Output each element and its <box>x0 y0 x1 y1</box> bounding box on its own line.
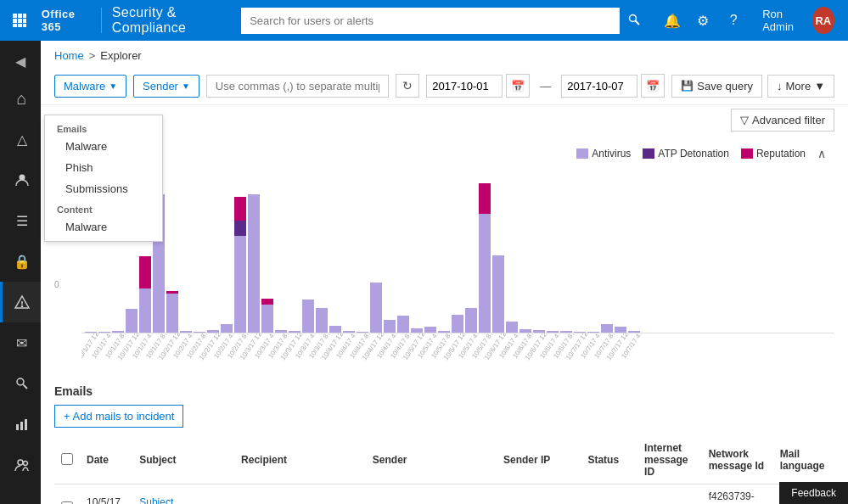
add-mails-btn[interactable]: + Add mails to incident <box>54 405 183 428</box>
bar-group-30 <box>492 166 504 333</box>
sidebar-collapse[interactable]: ◀ <box>0 44 41 78</box>
sidebar-item-list[interactable]: ☰ <box>0 200 41 241</box>
search-button[interactable] <box>620 8 649 34</box>
bar-group-24 <box>411 166 423 333</box>
svg-rect-19 <box>25 419 27 430</box>
refresh-button[interactable]: ↻ <box>396 74 419 98</box>
th-mail-lang: Mail language <box>773 436 834 484</box>
sidebar-item-home[interactable]: ⌂ <box>0 78 41 119</box>
more-icon: ↓ <box>777 80 783 92</box>
search-container <box>241 8 649 34</box>
dropdown-item-submissions[interactable]: Submissions <box>45 178 162 199</box>
email-section: Emails + Add mails to incident Date Subj… <box>41 374 848 504</box>
sender-filter-btn[interactable]: Sender ▼ <box>133 75 199 98</box>
legend-color-antivirus <box>576 148 588 159</box>
email-table: Date Subject Recipient Sender Sender IP … <box>54 436 834 504</box>
bar-group-12 <box>248 166 260 333</box>
subject-link-0[interactable]: Subject a2cb103ff507dc... <box>139 496 220 504</box>
sidebar: ◀ ⌂ △ ☰ 🔒 ✉ <box>0 41 41 504</box>
bar-group-36 <box>574 166 586 333</box>
svg-point-14 <box>21 306 22 307</box>
bar-group-16 <box>302 166 314 333</box>
select-all-checkbox[interactable] <box>61 453 73 465</box>
svg-rect-0 <box>13 14 17 18</box>
email-section-title: Emails <box>54 384 834 398</box>
chart-collapse-btn[interactable]: ∧ <box>817 147 826 160</box>
more-button[interactable]: ↓ More ▼ <box>767 75 834 98</box>
bar-group-26 <box>438 166 450 333</box>
th-sender: Sender <box>366 436 497 484</box>
cell-network-msg-0: f4263739-9962-1769-e6... <box>702 484 773 505</box>
avatar-initials: RA <box>815 14 831 27</box>
date-from-calendar-btn[interactable]: 📅 <box>506 74 530 98</box>
sidebar-item-alerts[interactable]: △ <box>0 119 41 160</box>
legend-label-antivirus: Antivirus <box>592 148 631 160</box>
svg-rect-3 <box>13 19 17 23</box>
svg-point-20 <box>18 460 23 465</box>
bar-group-15 <box>289 166 300 333</box>
y-label-0: 0 <box>54 280 78 289</box>
bar-group-11 <box>234 166 246 333</box>
date-to-calendar-btn[interactable]: 📅 <box>641 74 665 98</box>
sidebar-item-users[interactable] <box>0 160 41 200</box>
sidebar-item-search[interactable] <box>0 363 41 404</box>
sidebar-item-lock[interactable]: 🔒 <box>0 241 41 282</box>
bell-icon[interactable]: 🔔 <box>659 7 686 34</box>
sender-dropdown-arrow: ▼ <box>182 81 190 91</box>
svg-line-10 <box>636 20 640 25</box>
svg-point-15 <box>17 378 24 385</box>
cell-subject-0[interactable]: Subject a2cb103ff507dc... <box>132 484 234 505</box>
advanced-filter-btn[interactable]: ▽ Advanced filter <box>731 109 834 132</box>
legend-antivirus: Antivirus <box>576 148 631 160</box>
bar-group-10 <box>221 166 233 333</box>
date-from-input[interactable] <box>426 75 503 98</box>
avatar: RA <box>812 7 834 34</box>
dropdown-item-phish[interactable]: Phish <box>45 157 162 178</box>
malware-filter-btn[interactable]: Malware ▼ <box>54 75 126 98</box>
legend-label-reputation: Reputation <box>756 148 806 160</box>
sidebar-item-mail[interactable]: ✉ <box>0 322 41 363</box>
sidebar-item-threat[interactable] <box>0 282 41 322</box>
search-input[interactable] <box>241 8 620 33</box>
feedback-button[interactable]: Feedback <box>779 482 848 504</box>
bar-group-28 <box>465 166 477 333</box>
filter-text-input[interactable] <box>206 75 389 98</box>
bar-group-23 <box>397 166 409 333</box>
bar-group-34 <box>547 166 559 333</box>
top-nav: Office 365 Security & Compliance 🔔 ⚙ ? R… <box>0 0 848 41</box>
bar-group-31 <box>506 166 518 333</box>
breadcrumb-home[interactable]: Home <box>54 49 84 62</box>
bar-group-37 <box>587 166 599 333</box>
date-to-group: 📅 <box>561 74 665 98</box>
bar-group-7 <box>180 166 192 333</box>
bar-group-8 <box>194 166 205 333</box>
cell-recipient-0[interactable]: User58ff4e49794d921c... <box>234 484 366 505</box>
email-table-container[interactable]: Date Subject Recipient Sender Sender IP … <box>54 436 834 504</box>
bar-group-33 <box>533 166 545 333</box>
dropdown-item-content-malware[interactable]: Malware <box>45 216 162 238</box>
grid-icon[interactable] <box>8 7 31 34</box>
table-row: 10/5/17 5:33 AM Subject a2cb103ff507dc..… <box>54 484 834 505</box>
legend-reputation: Reputation <box>741 148 806 160</box>
malware-dropdown-menu: Emails Malware Phish Submissions Content… <box>44 115 163 242</box>
bar-group-40 <box>628 166 640 333</box>
cell-sender-ip-0[interactable]: 220.226.191.58 <box>497 484 581 505</box>
date-to-input[interactable] <box>561 75 637 98</box>
th-network-msg-id: Network message Id <box>702 436 773 484</box>
sidebar-item-accounts[interactable] <box>0 445 41 485</box>
sidebar-item-reports[interactable] <box>0 404 41 445</box>
settings-icon[interactable]: ⚙ <box>689 7 716 34</box>
help-icon[interactable]: ? <box>720 7 747 34</box>
svg-rect-17 <box>16 424 19 430</box>
user-name: Ron Admin <box>762 8 806 33</box>
bar-chart-container: 500 250 0 10/1/17 12:00 AM10/1/17 4:00 A… <box>54 164 834 374</box>
breadcrumb-sep: > <box>89 49 96 62</box>
row-checkbox-0[interactable] <box>61 501 73 505</box>
dropdown-item-malware[interactable]: Malware <box>45 136 162 157</box>
save-query-button[interactable]: 💾 Save query <box>671 75 762 98</box>
th-checkbox <box>54 436 80 484</box>
user-menu[interactable]: Ron Admin RA <box>757 7 840 34</box>
brand: Office 365 <box>42 8 102 33</box>
svg-rect-7 <box>18 24 22 27</box>
th-date: Date <box>80 436 132 484</box>
